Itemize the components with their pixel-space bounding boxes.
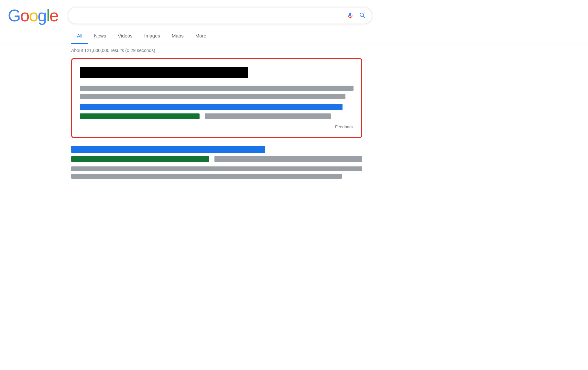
results-area: About 121,000,000 results (0.29 seconds)… bbox=[0, 44, 588, 179]
nav-tabs: All News Videos Images Maps More bbox=[0, 28, 588, 44]
result-link-bar[interactable] bbox=[80, 104, 343, 110]
result-text-line-2 bbox=[80, 94, 345, 99]
result-gray-bar-short bbox=[205, 113, 331, 119]
tab-maps[interactable]: Maps bbox=[166, 28, 190, 44]
reg-link-bar-1[interactable] bbox=[71, 146, 265, 153]
tab-more[interactable]: More bbox=[190, 28, 212, 44]
search-bar bbox=[68, 7, 372, 24]
search-icon[interactable] bbox=[359, 12, 366, 19]
header: Google bbox=[0, 0, 588, 28]
logo-letter-o1: o bbox=[20, 6, 29, 25]
tab-all[interactable]: All bbox=[71, 28, 88, 44]
tab-images[interactable]: Images bbox=[138, 28, 166, 44]
logo-letter-o2: o bbox=[29, 6, 38, 25]
regular-result-1 bbox=[71, 146, 362, 179]
reg-gray-bar-1 bbox=[214, 156, 362, 162]
logo-letter-e: e bbox=[49, 6, 58, 25]
reg-meta-row-1 bbox=[71, 156, 362, 162]
result-title-placeholder bbox=[80, 67, 248, 78]
tab-news[interactable]: News bbox=[88, 28, 112, 44]
featured-result-box: Feedback bbox=[71, 58, 362, 138]
feedback-link[interactable]: Feedback bbox=[80, 124, 354, 129]
reg-text-line-2 bbox=[71, 174, 342, 179]
google-logo[interactable]: Google bbox=[8, 6, 58, 25]
reg-green-bar-1 bbox=[71, 156, 209, 162]
tab-videos[interactable]: Videos bbox=[112, 28, 138, 44]
reg-text-line-1 bbox=[71, 166, 362, 171]
logo-letter-l: l bbox=[46, 6, 49, 25]
microphone-icon[interactable] bbox=[346, 12, 354, 19]
result-text-line-1 bbox=[80, 86, 354, 91]
results-count: About 121,000,000 results (0.29 seconds) bbox=[71, 48, 588, 53]
result-meta-row bbox=[80, 113, 354, 119]
search-icons bbox=[346, 12, 366, 19]
result-green-bar bbox=[80, 113, 200, 119]
logo-letter-g: G bbox=[8, 6, 20, 25]
search-input[interactable] bbox=[73, 12, 343, 19]
logo-letter-g2: g bbox=[38, 6, 46, 25]
